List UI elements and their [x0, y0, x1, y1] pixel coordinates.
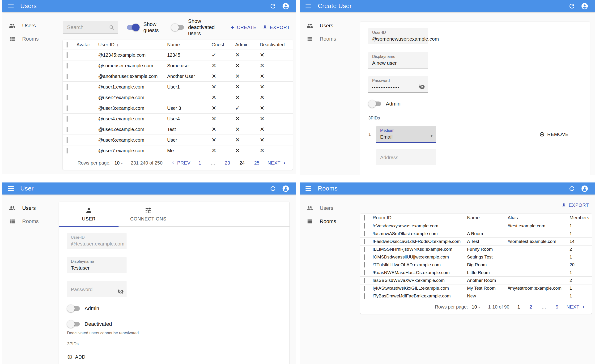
sidebar-item-rooms[interactable]: Rooms	[300, 215, 360, 228]
export-button[interactable]: EXPORT	[260, 23, 293, 32]
col-header-name[interactable]: Name	[467, 215, 508, 220]
show-guests-toggle[interactable]: Show guests	[126, 21, 163, 34]
toggle-switch[interactable]	[67, 305, 80, 312]
row-checkbox[interactable]	[67, 116, 68, 122]
col-header-user-id[interactable]: User-ID↑	[98, 42, 167, 48]
table-row[interactable]: @user2:example.com ✕ ✕ ✕	[63, 92, 293, 103]
admin-toggle[interactable]: Admin	[67, 305, 282, 312]
table-row[interactable]: !TyBasDmwelJdfFaeBmk:example.com New 1	[360, 292, 592, 300]
table-row[interactable]: !eVasdacvxysewus:example.com #test:examp…	[360, 222, 592, 230]
row-checkbox[interactable]	[67, 74, 68, 79]
displayname-field[interactable]: Displayname A new user	[368, 52, 428, 69]
table-row[interactable]: !LLIMSSNHrhRjsdWNXsd:example.com Funny R…	[360, 245, 592, 253]
page-number[interactable]: 25	[254, 160, 259, 166]
add-3pid-button[interactable]: ⊕ ADD	[67, 352, 282, 362]
next-page-button[interactable]: NEXT	[268, 160, 287, 166]
table-row[interactable]: @user1:example.com User1 ✕ ✕ ✕	[63, 82, 293, 92]
sidebar-item-users[interactable]: Users	[2, 202, 63, 215]
col-header-guest[interactable]: Guest	[212, 42, 235, 48]
row-checkbox[interactable]	[364, 270, 365, 275]
page-number[interactable]: 24	[239, 160, 245, 166]
row-checkbox[interactable]	[67, 95, 68, 100]
sidebar-item-users[interactable]: Users	[300, 19, 360, 32]
col-header-alias[interactable]: Alias	[508, 215, 569, 220]
refresh-icon[interactable]	[268, 184, 278, 193]
visibility-off-icon[interactable]	[118, 288, 124, 294]
account-icon[interactable]	[281, 184, 290, 193]
row-checkbox[interactable]	[364, 294, 365, 299]
table-row[interactable]: !TTnlslkHHweOLAD:example.com Big Room 20	[360, 261, 592, 269]
menu-icon[interactable]	[305, 4, 311, 8]
tab-connections[interactable]: CONNECTIONS	[119, 202, 178, 226]
row-checkbox[interactable]	[364, 247, 365, 252]
rows-per-page-select[interactable]: 10 ▾	[114, 160, 122, 166]
row-checkbox[interactable]	[364, 286, 365, 291]
user-id-field[interactable]: User-ID @somenewuser:example.com	[368, 28, 428, 44]
page-number[interactable]: …	[542, 304, 546, 310]
rows-per-page-select[interactable]: 10 ▾	[472, 304, 480, 310]
row-checkbox[interactable]	[67, 52, 68, 58]
toggle-switch[interactable]	[126, 24, 140, 31]
refresh-icon[interactable]	[567, 1, 577, 11]
toggle-switch[interactable]	[67, 320, 80, 328]
select-all-checkbox[interactable]	[67, 42, 68, 48]
menu-icon[interactable]	[8, 186, 14, 191]
row-checkbox[interactable]	[364, 278, 365, 283]
sidebar-item-users[interactable]: Users	[300, 202, 360, 215]
col-header-admin[interactable]: Admin	[235, 42, 260, 48]
refresh-icon[interactable]	[567, 184, 577, 193]
page-number[interactable]: 23	[225, 160, 230, 166]
page-number[interactable]: 1	[517, 304, 520, 310]
sidebar-item-rooms[interactable]: Rooms	[2, 215, 63, 228]
table-row[interactable]: !asSBSlsdWEvaXwPk:example.com Another Ro…	[360, 277, 592, 284]
col-header-members[interactable]: Members	[569, 215, 592, 220]
table-row[interactable]: !lasmnwASmDllasi:example.com A Room 1	[360, 230, 592, 238]
table-row[interactable]: !ykAStwxasdwsKkxGILL:example.com My Test…	[360, 284, 592, 292]
account-icon[interactable]	[580, 1, 589, 11]
table-row[interactable]: @anotheruser:example.com Another User ✕ …	[63, 71, 293, 82]
sidebar-item-rooms[interactable]: Rooms	[300, 32, 360, 46]
page-number[interactable]: …	[211, 160, 215, 166]
deactivated-toggle[interactable]: Deactivated	[67, 320, 282, 328]
tab-user[interactable]: USER	[59, 202, 119, 226]
table-row[interactable]: !FasdweDssccaGLdsFRddsOl:example.com A T…	[360, 238, 592, 245]
account-icon[interactable]	[580, 184, 589, 193]
row-checkbox[interactable]	[364, 223, 365, 229]
show-deactivated-toggle[interactable]: Show deactivated users	[171, 18, 228, 37]
table-row[interactable]: @user3:example.com User 3 ✕ ✓ ✕	[63, 103, 293, 113]
col-header-deactivated[interactable]: Deactivated	[260, 42, 293, 48]
table-row[interactable]: @user7:example.com Me ✕ ✕ ✕	[63, 145, 293, 156]
menu-icon[interactable]	[8, 4, 14, 8]
select-all-checkbox[interactable]	[364, 215, 365, 220]
col-header-name[interactable]: Name	[167, 42, 212, 48]
export-button[interactable]: EXPORT	[558, 201, 592, 210]
row-checkbox[interactable]	[67, 63, 68, 69]
row-checkbox[interactable]	[364, 262, 365, 267]
row-checkbox[interactable]	[67, 137, 68, 143]
next-page-button[interactable]: NEXT	[567, 304, 586, 310]
table-row[interactable]: @someuser:example.com Some user ✕ ✕ ✕	[63, 60, 293, 71]
password-field[interactable]: Password	[67, 281, 127, 297]
toggle-switch[interactable]	[171, 24, 184, 31]
account-icon[interactable]	[281, 1, 290, 11]
toggle-switch[interactable]	[368, 100, 382, 108]
table-row[interactable]: @user5:example.com Test ✕ ✕ ✕	[63, 124, 293, 135]
table-row[interactable]: !OMSDsdweassllUUjjwe:example.com Setting…	[360, 253, 592, 261]
admin-toggle[interactable]: Admin	[368, 100, 582, 108]
row-checkbox[interactable]	[364, 254, 365, 260]
address-field[interactable]: Address	[376, 149, 436, 165]
create-button[interactable]: + CREATE	[228, 23, 259, 32]
page-number[interactable]: 2	[529, 304, 532, 310]
row-checkbox[interactable]	[364, 239, 365, 244]
sidebar-item-users[interactable]: Users	[2, 19, 63, 32]
table-row[interactable]: @user4:example.com User4 ✕ ✕ ✕	[63, 113, 293, 124]
row-checkbox[interactable]	[364, 231, 365, 236]
visibility-off-icon[interactable]	[419, 84, 425, 90]
displayname-field[interactable]: Displayname Testuser	[67, 257, 127, 273]
page-number[interactable]: 9	[556, 304, 558, 310]
col-header-room-id[interactable]: Room-ID	[373, 215, 467, 220]
row-checkbox[interactable]	[67, 84, 68, 90]
row-checkbox[interactable]	[67, 127, 68, 132]
menu-icon[interactable]	[305, 186, 311, 191]
remove-3pid-button[interactable]: ⊖ REMOVE	[537, 129, 571, 140]
